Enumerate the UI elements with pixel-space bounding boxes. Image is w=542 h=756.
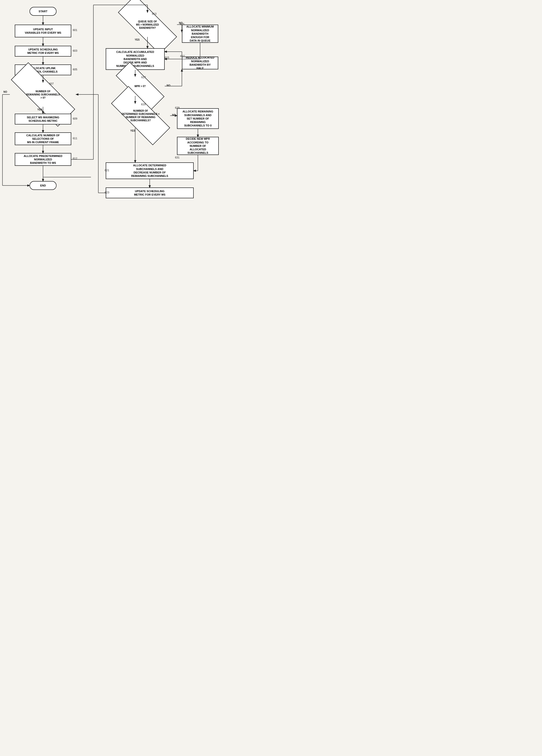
ref-625: 625 [180, 23, 184, 26]
ref-623: 623 [105, 191, 109, 194]
node-619: NUMBER OF DETERMINED SUBCHANNELS < NUMBE… [111, 103, 170, 128]
label-yes-607: YES [37, 108, 42, 111]
ref-621: 621 [105, 169, 109, 172]
label-yes-613: YES [135, 38, 140, 41]
ref-619: 619 [141, 103, 146, 106]
node-629: ALLOCATE REMAINING SUBCHANNELS AND SET N… [177, 108, 219, 129]
node-612: ALLOCATE PREDETERMINED NORMALIZED BANDWI… [15, 153, 71, 166]
ref-611: 611 [73, 137, 77, 140]
ref-603: 603 [73, 49, 77, 52]
node-621: ALLOCATE DETERMINED SUBCHANNELS AND DECR… [106, 162, 194, 179]
node-611: CALCULATE NUMBER OF SELECTIONS OF MS IN … [15, 132, 71, 145]
node-613: QUEUE SIZE OF MS > NORMALIZED BANDWIDTH? [118, 12, 177, 37]
start-node: START [30, 7, 57, 16]
label-no-619: NO [172, 114, 176, 116]
ref-607: 607 [49, 82, 54, 85]
node-601: UPDATE INPUT VARIABLES FOR EVERY MS [15, 25, 71, 37]
label-no-617: NO [167, 84, 170, 87]
ref-605: 605 [73, 68, 77, 71]
label-yes-619: YES [130, 129, 135, 132]
end-node: END [30, 181, 57, 190]
node-609: SELECT MS MAXIMIZING SCHEDULING METRIC [15, 114, 71, 124]
node-603: UPDATE SCHEDULING METRIC FOR EVERY MS [15, 46, 71, 57]
node-631: DECIDE NEW MPR ACCORDING TO NUMBER OF AL… [177, 137, 219, 155]
ref-627: 627 [180, 55, 185, 58]
ref-617: 617 [141, 76, 146, 79]
node-615: CALCULATE ACCUMULATED NORMALIZED BANDWID… [106, 48, 165, 70]
node-625: ALLOCATE MINIMUM NORMALIZED BANDWIDTH EN… [182, 25, 218, 43]
ref-615: 615 [165, 56, 169, 59]
label-no-607: NO [3, 91, 7, 93]
ref-612: 612 [73, 157, 77, 160]
flowchart-diagram: START UPDATE INPUT VARIABLES FOR EVERY M… [0, 0, 221, 310]
ref-601: 601 [73, 29, 77, 31]
ref-629: 629 [175, 106, 180, 109]
node-623: UPDATE SCHEDULING METRIC FOR EVERY MS [106, 187, 194, 198]
ref-631: 631 [175, 156, 180, 159]
ref-613: 613 [152, 12, 156, 15]
node-607: NUMBER OF REMAINING SUBCHANNELS > 0? [10, 82, 76, 107]
ref-609: 609 [73, 117, 77, 120]
node-627: REDUCE ALLOCATED NORMALIZED BANDWIDTH BY… [182, 57, 218, 69]
